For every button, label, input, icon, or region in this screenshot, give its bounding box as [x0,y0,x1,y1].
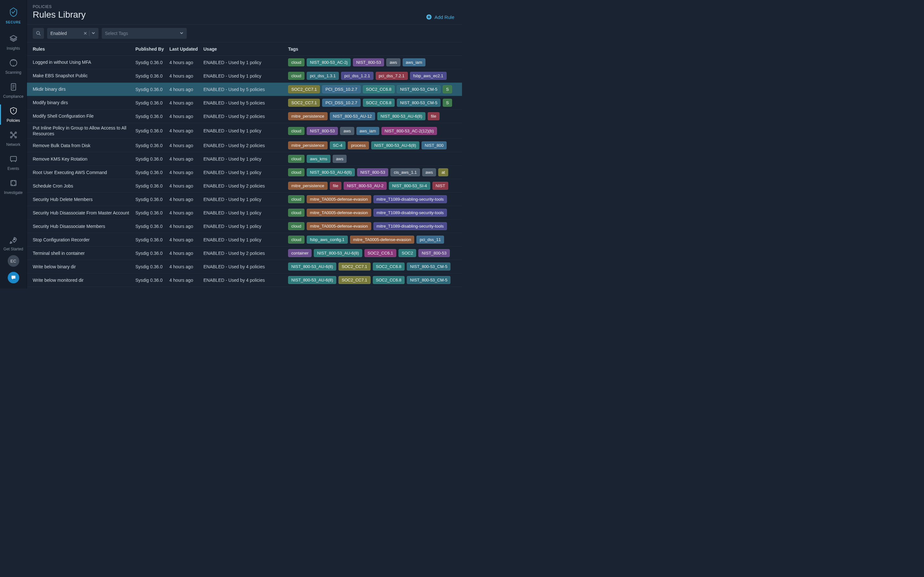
tag[interactable]: NIST_800-53_AU-2 [344,182,387,190]
tag[interactable]: NIST_800-53_AU-6(8) [288,276,336,284]
tag[interactable]: SOC2_CC7.1 [338,276,370,284]
tag[interactable]: NIST_800-53_CM-5 [397,85,441,93]
tag[interactable]: cloud [288,222,304,230]
nav-insights[interactable]: Insights [0,31,27,55]
tag[interactable]: NIST_800-53 [353,58,384,66]
tag[interactable]: aws [340,127,354,135]
tag[interactable]: pci_dss_11 [417,235,444,243]
tag[interactable]: NIST_800-53_CM-5 [397,99,441,107]
tag[interactable]: cloud [288,235,304,243]
table-row[interactable]: Mkdir binary dirs Sysdig 0.36.0 4 hours … [27,83,462,96]
tag[interactable]: NIST_800-53 [418,249,449,257]
tag[interactable]: NIST_800-53_AU-6(8) [377,112,425,120]
tag[interactable]: pci_dss_1.2.1 [341,72,373,80]
nav-investigate[interactable]: Investigate [0,175,27,199]
tag[interactable]: SOC2_CC6.8 [373,276,405,284]
tag[interactable]: cloud [288,195,304,203]
tag[interactable]: at [438,168,448,176]
tag[interactable]: SOC2_CC6.8 [373,263,405,271]
get-started[interactable]: Get Started [0,232,27,255]
tag[interactable]: mitre_persistence [288,141,328,149]
tag[interactable]: mitre_TA0005-defense-evasion [350,235,414,243]
tag[interactable]: file [428,112,439,120]
table-row[interactable]: Root User Executing AWS Command Sysdig 0… [27,166,462,179]
tag[interactable]: NIST_800-53_AU-6(8) [371,141,419,149]
table-row[interactable]: Logged in without Using MFA Sysdig 0.36.… [27,56,462,69]
table-row[interactable]: Remove KMS Key Rotation Sysdig 0.36.0 4 … [27,152,462,166]
tag[interactable]: cloud [288,168,304,176]
tag[interactable]: NIST_800-53_SI-4 [389,182,430,190]
logo[interactable] [6,5,21,19]
tag[interactable]: pci_dss_1.3.1 [307,72,339,80]
chat-button[interactable] [8,272,19,284]
table-row[interactable]: Remove Bulk Data from Disk Sysdig 0.36.0… [27,139,462,152]
tag[interactable]: mitre_persistence [288,112,328,120]
tag[interactable]: PCI_DSS_10.2.7 [322,85,360,93]
table-row[interactable]: Make EBS Snapshot Public Sysdig 0.36.0 4… [27,69,462,83]
table-row[interactable]: Terminal shell in container Sysdig 0.36.… [27,247,462,260]
tag[interactable]: aws_iam [357,127,379,135]
tag[interactable]: aws_iam [403,58,425,66]
tag[interactable]: NIST_800-53_CM-5 [407,276,451,284]
tag[interactable]: NIST_800-53_AU-6(8) [288,263,336,271]
table-row[interactable]: Stop Configuration Recorder Sysdig 0.36.… [27,233,462,247]
tag[interactable]: mitre_T1089-disabling-security-tools [373,209,447,217]
tag[interactable]: S [443,85,452,93]
tag[interactable]: process [348,141,369,149]
table-row[interactable]: Security Hub Disassociate From Master Ac… [27,206,462,219]
tag[interactable]: cloud [288,58,304,66]
table-row[interactable]: Modify binary dirs Sysdig 0.36.0 4 hours… [27,96,462,110]
tag[interactable]: cloud [288,209,304,217]
tag[interactable]: pci_dss_7.2.1 [376,72,408,80]
table-body[interactable]: Logged in without Using MFA Sysdig 0.36.… [27,56,462,288]
tag[interactable]: SOC2_CC7.1 [338,263,370,271]
tag[interactable]: PCI_DSS_10.2.7 [322,99,360,107]
tag[interactable]: S [443,99,452,107]
tag[interactable]: fsbp_aws_ec2.1 [410,72,447,80]
table-row[interactable]: Put Inline Policy in Group to Allow Acce… [27,123,462,139]
tag[interactable]: NIST_800-53 [357,168,388,176]
tag[interactable]: cis_aws_1.1 [391,168,420,176]
table-row[interactable]: Security Hub Delete Members Sysdig 0.36.… [27,193,462,206]
nav-scanning[interactable]: Scanning [0,55,27,79]
tag[interactable]: cloud [288,155,304,163]
tag[interactable]: NIST_800-53_AC-2j [307,58,351,66]
tag[interactable]: fsbp_aws_config.1 [307,235,348,243]
tag[interactable]: SOC2_CC7.1 [288,99,320,107]
tag[interactable]: SC-4 [330,141,346,149]
tag[interactable]: cloud [288,127,304,135]
table-row[interactable]: Write below monitored dir Sysdig 0.36.0 … [27,274,462,287]
nav-policies[interactable]: Policies [0,103,27,127]
tag[interactable]: mitre_TA0005-defense-evasion [307,222,371,230]
tag[interactable]: mitre_TA0005-defense-evasion [307,209,371,217]
nav-network[interactable]: Network [0,127,27,151]
table-row[interactable]: Schedule Cron Jobs Sysdig 0.36.0 4 hours… [27,179,462,193]
tag[interactable]: NIST_800-53 [307,127,338,135]
tag[interactable]: mitre_persistence [288,182,328,190]
tag[interactable]: file [330,182,342,190]
tag[interactable]: NIST_800-53_AU-12 [330,112,375,120]
tag[interactable]: NIST_800 [422,141,447,149]
tag[interactable]: NIST_800-53_AU-6(8) [307,168,355,176]
tag[interactable]: SOC2_CC7.1 [288,85,320,93]
tag[interactable]: NIST [433,182,449,190]
tag[interactable]: SOC2_CC6.8 [363,99,395,107]
tag[interactable]: NIST_800-53_AC-2(12)(b) [381,127,437,135]
clear-icon[interactable]: ✕ [83,31,87,36]
add-rule-button[interactable]: Add Rule [426,14,454,20]
tag[interactable]: aws_kms [307,155,330,163]
table-row[interactable]: Security Hub Disassociate Members Sysdig… [27,219,462,233]
nav-compliance[interactable]: Compliance [0,79,27,103]
search-button[interactable] [33,28,44,39]
tag[interactable]: mitre_TA0005-defense-evasion [307,195,371,203]
tag[interactable]: aws [386,58,400,66]
tag[interactable]: NIST_800-53_CM-5 [407,263,451,271]
tag[interactable]: aws [333,155,347,163]
tag[interactable]: SOC2_CC6.1 [365,249,396,257]
table-row[interactable]: Write below binary dir Sysdig 0.36.0 4 h… [27,260,462,274]
tag[interactable]: aws [422,168,436,176]
tag[interactable]: mitre_T1089-disabling-security-tools [373,222,447,230]
table-row[interactable]: Modify Shell Configuration File Sysdig 0… [27,110,462,123]
avatar[interactable]: EC [8,255,19,267]
tag[interactable]: container [288,249,312,257]
